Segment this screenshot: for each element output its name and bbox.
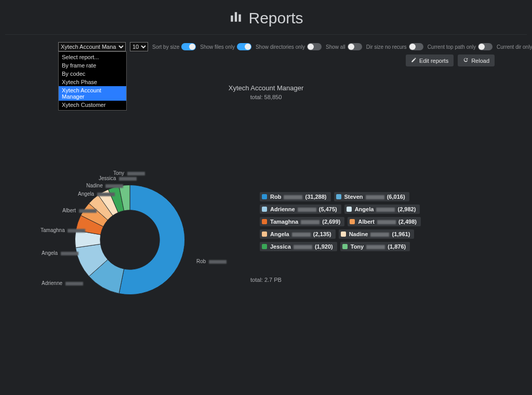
donut-slice-label: Nadine: [86, 183, 123, 188]
legend-chip[interactable]: Steven (6,016): [334, 192, 409, 201]
donut-slice-label: Adrienne: [42, 280, 83, 286]
toggle-dir-size-no-recurs[interactable]: [409, 43, 423, 50]
toggle-label: Show all: [326, 44, 345, 50]
edit-reports-button[interactable]: Edit reports: [406, 55, 454, 66]
svg-rect-2: [239, 15, 241, 22]
legend-chip[interactable]: Albert (2,498): [348, 217, 421, 226]
page-title-bar: Reports: [5, 5, 527, 35]
toggle-label: Show files only: [200, 44, 235, 50]
toggle-sort-by-size[interactable]: [181, 43, 196, 50]
report-option[interactable]: Xytech Phase: [59, 78, 126, 86]
svg-rect-0: [231, 16, 233, 22]
legend-chip[interactable]: Angela (2,135): [260, 229, 336, 239]
legend-chip[interactable]: Rob (31,288): [260, 192, 331, 201]
report-option[interactable]: By frame rate: [59, 61, 126, 70]
reload-button[interactable]: Reload: [458, 55, 495, 66]
toggle-label: Current dir only: [497, 44, 532, 50]
report-option[interactable]: Xytech Account Manager: [59, 86, 126, 101]
legend-chip[interactable]: Tamaghna (2,699): [260, 217, 344, 226]
toggle-show-files-only[interactable]: [237, 43, 251, 50]
donut-slice-label: Rob: [196, 258, 227, 264]
report-select-dropdown[interactable]: Select report...By frame rateBy codecXyt…: [58, 51, 127, 111]
donut-slice-label: Angela: [78, 191, 115, 197]
report-option[interactable]: Select report...: [59, 53, 126, 61]
controls-row: Xytech Account Mana 10 Sort by sizeShow …: [0, 35, 532, 51]
legend-chip[interactable]: Nadine (1,961): [339, 229, 415, 239]
legend-chip[interactable]: Tony (1,876): [340, 242, 410, 251]
legend-chip[interactable]: Jessica (1,920): [260, 242, 337, 251]
page-title: Reports: [248, 9, 303, 27]
toggle-show-all[interactable]: [348, 43, 362, 50]
toggle-label: Sort by size: [152, 44, 179, 50]
chart-bars-icon: [229, 9, 243, 27]
legend-chip[interactable]: Angela (2,982): [344, 205, 420, 214]
toggle-show-directories-only[interactable]: [307, 43, 322, 50]
svg-rect-1: [235, 12, 237, 21]
limit-select[interactable]: 10: [130, 42, 148, 51]
legend-chip[interactable]: Adrienne (5,475): [260, 205, 341, 214]
report-option[interactable]: By codec: [59, 70, 126, 78]
toggle-label: Current top path only: [428, 44, 476, 50]
toggle-label: Show directories only: [256, 44, 305, 50]
donut-slice-label: Angela: [42, 250, 78, 256]
donut-slice-label: Jessica: [99, 175, 137, 181]
donut-slice-label: Albert: [62, 208, 97, 213]
donut-legend: Rob (31,288)Steven (6,016)Adrienne (5,47…: [260, 192, 483, 251]
pencil-icon: [411, 57, 417, 64]
toggle-label: Dir size no recurs: [366, 44, 407, 50]
report-select[interactable]: Xytech Account Mana: [58, 42, 126, 51]
donut-slice-label: Tony: [113, 170, 145, 176]
donut-slice-label: Tamaghna: [41, 227, 85, 233]
report-option[interactable]: Xytech Customer: [59, 101, 126, 109]
reload-icon: [463, 57, 469, 64]
toggle-current-top-path-only[interactable]: [478, 43, 493, 50]
